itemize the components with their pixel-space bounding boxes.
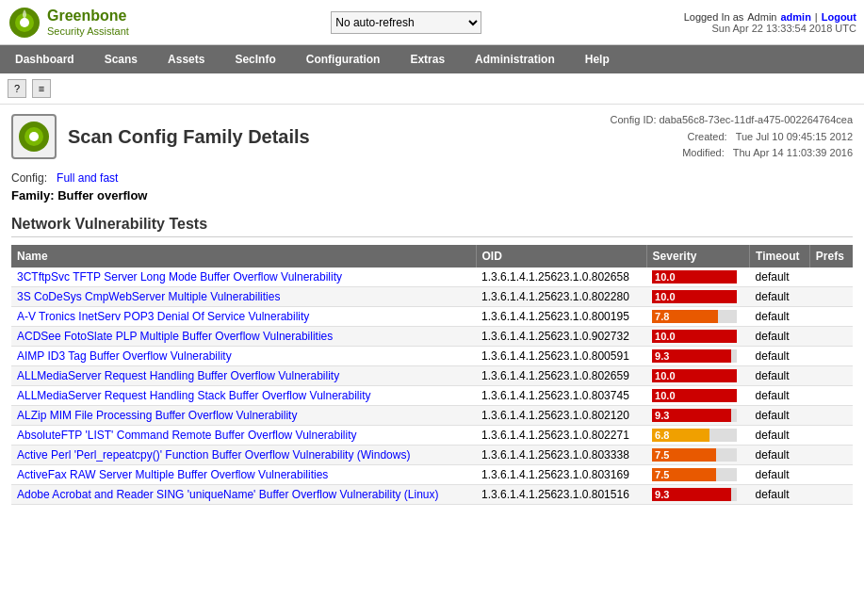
modified-val: Thu Apr 14 11:03:39 2016 xyxy=(733,147,853,158)
col-timeout: Timeout xyxy=(750,245,810,267)
nav: Dashboard Scans Assets SecInfo Configura… xyxy=(0,45,864,73)
cell-severity: 7.5 xyxy=(646,464,749,484)
table-row: ACDSee FotoSlate PLP Multiple Buffer Ove… xyxy=(11,326,853,346)
cell-name: ActiveFax RAW Server Multiple Buffer Ove… xyxy=(11,464,476,484)
cell-name: A-V Tronics InetServ POP3 Denial Of Serv… xyxy=(11,306,476,326)
cell-timeout: default xyxy=(750,286,810,306)
cell-oid: 1.3.6.1.4.1.25623.1.0.800195 xyxy=(476,306,646,326)
nvt-name-link[interactable]: 3S CoDeSys CmpWebServer Multiple Vulnera… xyxy=(17,290,280,303)
created-val: Tue Jul 10 09:45:15 2012 xyxy=(736,131,853,142)
cell-prefs xyxy=(809,425,853,445)
nav-assets[interactable]: Assets xyxy=(153,45,220,73)
col-severity: Severity xyxy=(646,245,749,267)
user-role: Admin xyxy=(747,11,776,23)
table-row: Adobe Acrobat and Reader SING 'uniqueNam… xyxy=(11,484,853,504)
table-row: A-V Tronics InetServ POP3 Denial Of Serv… xyxy=(11,306,853,326)
nvt-name-link[interactable]: ALLMediaServer Request Handling Stack Bu… xyxy=(17,389,371,402)
severity-bar-container: 6.8 xyxy=(652,429,737,442)
nav-dashboard[interactable]: Dashboard xyxy=(0,45,90,73)
nav-help[interactable]: Help xyxy=(570,45,625,73)
toolbar: ? ≡ xyxy=(0,73,864,105)
severity-label: 9.3 xyxy=(652,410,669,421)
nvt-name-link[interactable]: 3CTftpSvc TFTP Server Long Mode Buffer O… xyxy=(17,270,342,284)
severity-bar-container: 10.0 xyxy=(652,270,737,284)
cell-oid: 1.3.6.1.4.1.25623.1.0.802271 xyxy=(476,425,646,445)
table-header-row: Name OID Severity Timeout Prefs xyxy=(11,245,853,267)
help-button[interactable]: ? xyxy=(8,79,26,98)
severity-label: 7.5 xyxy=(652,449,669,461)
cell-oid: 1.3.6.1.4.1.25623.1.0.802280 xyxy=(476,286,646,306)
cell-timeout: default xyxy=(750,326,810,346)
severity-bar-container: 10.0 xyxy=(652,389,737,402)
config-label: Config: xyxy=(11,171,47,185)
created-label: Created: xyxy=(687,131,726,142)
cell-timeout: default xyxy=(750,346,810,365)
nav-scans[interactable]: Scans xyxy=(90,45,153,73)
logout-link[interactable]: Logout xyxy=(822,11,856,23)
cell-oid: 1.3.6.1.4.1.25623.1.0.802120 xyxy=(476,405,646,425)
nav-administration[interactable]: Administration xyxy=(460,45,570,73)
nvt-name-link[interactable]: ALLMediaServer Request Handling Buffer O… xyxy=(17,369,339,382)
severity-label: 10.0 xyxy=(652,331,675,342)
cell-prefs xyxy=(809,385,853,405)
nav-extras[interactable]: Extras xyxy=(395,45,460,73)
severity-bar-container: 7.8 xyxy=(652,310,737,323)
cell-oid: 1.3.6.1.4.1.25623.1.0.801516 xyxy=(476,484,646,504)
table-row: ALZip MIM File Processing Buffer Overflo… xyxy=(11,405,853,425)
table-row: Active Perl 'Perl_repeatcpy()' Function … xyxy=(11,445,853,464)
nav-secinfo[interactable]: SecInfo xyxy=(220,45,290,73)
col-name: Name xyxy=(11,245,476,267)
separator: | xyxy=(815,11,818,23)
config-val-link[interactable]: Full and fast xyxy=(57,171,118,185)
family-label: Family: xyxy=(11,188,55,203)
datetime: Sun Apr 22 13:33:54 2018 UTC xyxy=(711,23,856,34)
header: Greenbone Security Assistant No auto-ref… xyxy=(0,0,864,45)
logo-area: Greenbone Security Assistant xyxy=(8,6,129,40)
family-val: Buffer overflow xyxy=(57,188,147,203)
nvt-name-link[interactable]: AIMP ID3 Tag Buffer Overflow Vulnerabili… xyxy=(17,349,232,363)
nvt-name-link[interactable]: A-V Tronics InetServ POP3 Denial Of Serv… xyxy=(17,310,309,323)
meta-info: Config ID: daba56c8-73ec-11df-a475-00226… xyxy=(611,112,853,162)
table-row: AbsoluteFTP 'LIST' Command Remote Buffer… xyxy=(11,425,853,445)
list-button[interactable]: ≡ xyxy=(32,79,51,98)
nvt-name-link[interactable]: Adobe Acrobat and Reader SING 'uniqueNam… xyxy=(17,488,439,501)
page-title-area: Scan Config Family Details xyxy=(68,126,599,148)
page-title: Scan Config Family Details xyxy=(68,126,599,148)
nvt-name-link[interactable]: ACDSee FotoSlate PLP Multiple Buffer Ove… xyxy=(17,330,333,343)
username-link[interactable]: admin xyxy=(780,11,810,23)
cell-prefs xyxy=(809,365,853,385)
cell-prefs xyxy=(809,484,853,504)
cell-prefs xyxy=(809,267,853,287)
severity-bar-container: 7.5 xyxy=(652,448,737,462)
cell-name: ALLMediaServer Request Handling Buffer O… xyxy=(11,365,476,385)
page-header: Scan Config Family Details Config ID: da… xyxy=(11,112,853,162)
cell-oid: 1.3.6.1.4.1.25623.1.0.803338 xyxy=(476,445,646,464)
cell-severity: 7.5 xyxy=(646,445,749,464)
nvt-name-link[interactable]: ActiveFax RAW Server Multiple Buffer Ove… xyxy=(17,468,328,481)
brand-name: Greenbone xyxy=(47,7,129,24)
table-row: ALLMediaServer Request Handling Buffer O… xyxy=(11,365,853,385)
cell-severity: 10.0 xyxy=(646,365,749,385)
nvt-name-link[interactable]: AbsoluteFTP 'LIST' Command Remote Buffer… xyxy=(17,429,357,442)
cell-oid: 1.3.6.1.4.1.25623.1.0.800591 xyxy=(476,346,646,365)
logged-in-label: Logged In as xyxy=(684,11,744,23)
modified-line: Modified: Thu Apr 14 11:03:39 2016 xyxy=(611,145,853,162)
severity-label: 9.3 xyxy=(652,489,669,500)
severity-bar-container: 9.3 xyxy=(652,488,737,501)
cell-name: ALLMediaServer Request Handling Stack Bu… xyxy=(11,385,476,405)
nvt-table: Name OID Severity Timeout Prefs 3CTftpSv… xyxy=(11,245,853,505)
nvt-name-link[interactable]: Active Perl 'Perl_repeatcpy()' Function … xyxy=(17,448,410,462)
svg-point-5 xyxy=(29,132,39,141)
section-title: Network Vulnerability Tests xyxy=(11,216,853,237)
cell-oid: 1.3.6.1.4.1.25623.1.0.803169 xyxy=(476,464,646,484)
family-info: Family: Buffer overflow xyxy=(11,188,853,203)
cell-prefs xyxy=(809,405,853,425)
nvt-name-link[interactable]: ALZip MIM File Processing Buffer Overflo… xyxy=(17,409,297,422)
severity-bar-container: 10.0 xyxy=(652,369,737,382)
cell-severity: 9.3 xyxy=(646,484,749,504)
cell-timeout: default xyxy=(750,267,810,287)
page-icon xyxy=(11,114,57,159)
severity-label: 10.0 xyxy=(652,291,675,302)
refresh-select[interactable]: No auto-refresh 30 seconds 1 minute 5 mi… xyxy=(331,11,481,34)
nav-configuration[interactable]: Configuration xyxy=(291,45,396,73)
